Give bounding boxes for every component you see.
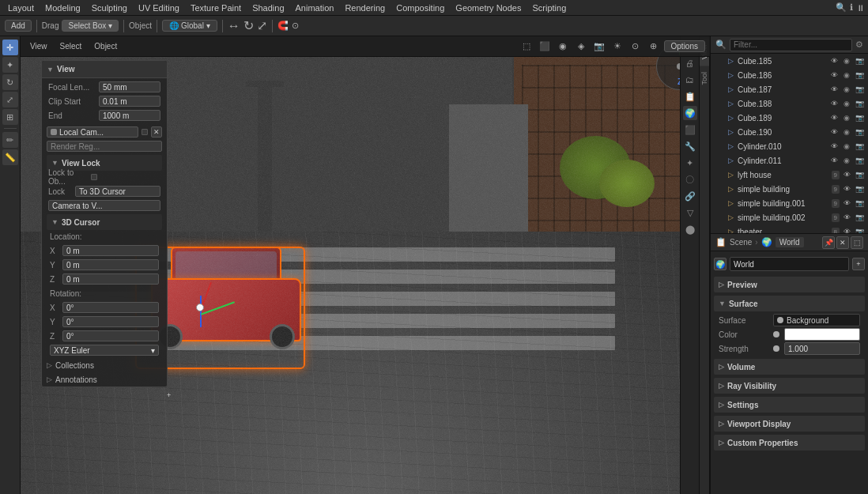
render-icon[interactable]: 📷	[854, 98, 865, 109]
surface-header[interactable]: ▼ Surface	[714, 296, 865, 311]
menu-geometry-nodes[interactable]: Geometry Nodes	[451, 2, 526, 13]
visibility-icon[interactable]: 👁	[841, 183, 852, 194]
new-world-icon[interactable]: +	[852, 258, 865, 270]
visibility-icon[interactable]: 👁	[828, 112, 840, 123]
color-bar[interactable]	[784, 328, 860, 341]
menu-modeling[interactable]: Modeling	[40, 2, 85, 13]
local-cam-close[interactable]: ✕	[151, 126, 162, 138]
camera-to-value[interactable]: Camera to V...	[48, 200, 160, 211]
pin-icon[interactable]: 📌	[822, 236, 835, 249]
render-icon[interactable]: 📷	[854, 55, 865, 66]
menu-animation[interactable]: Animation	[291, 2, 339, 13]
outliner-search-input[interactable]	[730, 39, 852, 51]
menu-texture-paint[interactable]: Texture Paint	[186, 2, 246, 13]
transform-tool[interactable]: ⊞	[2, 109, 18, 125]
select-icon[interactable]: ◉	[841, 155, 852, 166]
visibility-icon[interactable]: 👁	[841, 226, 852, 234]
modifier-props-icon[interactable]: 🔧	[683, 139, 697, 153]
options-button[interactable]: Options	[664, 40, 705, 52]
transform-icon-1[interactable]: ↔	[228, 19, 240, 33]
cursor-y-value[interactable]: 0 m	[62, 259, 159, 270]
ray-visibility-header[interactable]: ▷ Ray Visibility	[714, 378, 865, 394]
select-icon[interactable]: ◉	[841, 55, 852, 66]
expand-world-icon[interactable]: ⬚	[851, 236, 863, 249]
select-icon[interactable]: ◉	[841, 126, 852, 138]
visibility-icon[interactable]: 👁	[828, 155, 840, 166]
menu-scripting[interactable]: Scripting	[527, 2, 571, 13]
material-props-icon[interactable]: ⬤	[683, 222, 697, 236]
global-button[interactable]: 🌐 Global ▾	[162, 20, 217, 32]
outliner-item-simple-building-001[interactable]: ▷ simple building.001 9 👁 📷	[711, 196, 868, 210]
cursor-ry-value[interactable]: 0°	[62, 316, 159, 327]
focal-value[interactable]: 50 mm	[99, 81, 160, 92]
physics-props-icon[interactable]: 〇	[683, 172, 697, 187]
render-icon[interactable]: 📷	[854, 141, 865, 152]
select-icon[interactable]: ◉	[841, 70, 852, 81]
surface-type-value[interactable]: Background	[773, 314, 860, 326]
select-icon[interactable]: ◉	[841, 84, 852, 95]
scale-tool[interactable]: ⤢	[2, 92, 18, 107]
preview-header[interactable]: ▷ Preview	[714, 277, 865, 292]
breadcrumb-world[interactable]: World	[776, 237, 804, 247]
visibility-icon[interactable]: 👁	[841, 212, 852, 223]
breadcrumb-scene[interactable]: Scene	[730, 238, 752, 247]
render-icon[interactable]: 📷	[854, 212, 865, 223]
render-icon[interactable]: 📷	[854, 70, 865, 81]
vp-wireframe-icon[interactable]: ⬚	[519, 39, 534, 55]
world-name-field[interactable]: World	[730, 257, 849, 271]
vp-material-icon[interactable]: ◉	[555, 39, 571, 55]
cursor-section[interactable]: ▼ 3D Cursor	[47, 214, 162, 230]
vp-camera-icon[interactable]: 📷	[591, 39, 607, 55]
settings-header[interactable]: ▷ Settings	[714, 397, 865, 413]
menu-rendering[interactable]: Rendering	[340, 2, 390, 13]
render-icon[interactable]: 📷	[854, 183, 865, 194]
rotate-tool[interactable]: ↻	[2, 74, 18, 90]
menu-layout[interactable]: Layout	[3, 2, 39, 13]
render-region-value[interactable]: Render Reg...	[47, 141, 162, 152]
clip-end-value[interactable]: 1000 m	[99, 110, 160, 121]
visibility-icon[interactable]: 👁	[828, 98, 840, 109]
transform-icon-3[interactable]: ⤢	[257, 18, 267, 33]
menu-sculpting[interactable]: Sculpting	[87, 2, 132, 13]
visibility-icon[interactable]: 👁	[828, 126, 840, 138]
add-button[interactable]: Add	[5, 20, 32, 32]
transform-icon-2[interactable]: ↻	[243, 18, 254, 33]
select-icon[interactable]: ◉	[841, 98, 852, 109]
info-icon[interactable]: ℹ	[850, 2, 853, 13]
constraints-icon[interactable]: 🔗	[683, 189, 697, 203]
visibility-icon[interactable]: 👁	[841, 198, 852, 209]
cursor-rx-value[interactable]: 0°	[62, 302, 159, 313]
cursor-x-value[interactable]: 0 m	[62, 245, 159, 256]
outliner-item-cylinder011[interactable]: ▷ Cylinder.011 👁 ◉ 📷	[711, 153, 868, 168]
output-props-icon[interactable]: 🖨	[683, 56, 697, 70]
render-icon[interactable]: 📷	[854, 155, 865, 166]
render-icon[interactable]: 📷	[854, 226, 865, 234]
annotations-row[interactable]: ▷ Annotations	[42, 372, 167, 387]
annotate-tool[interactable]: ✏	[2, 132, 18, 148]
vp-menu-select[interactable]: Select	[55, 41, 87, 51]
render-icon[interactable]: 📷	[854, 126, 865, 138]
visibility-icon[interactable]: 👁	[841, 169, 852, 180]
object-props-icon[interactable]: ⬛	[683, 123, 697, 137]
outliner-item-lyft-house[interactable]: ▷ lyft house 9 👁 📷	[711, 168, 868, 182]
visibility-icon[interactable]: 👁	[828, 141, 840, 152]
data-props-icon[interactable]: ▽	[683, 206, 697, 220]
particles-props-icon[interactable]: ✦	[683, 156, 697, 170]
vtab-tool[interactable]: Tool	[700, 66, 709, 92]
outliner-item-cylinder010[interactable]: ▷ Cylinder.010 👁 ◉ 📷	[711, 139, 868, 153]
custom-props-header[interactable]: ▷ Custom Properties	[714, 435, 865, 451]
outliner-item-cube187[interactable]: ▷ Cube.187 👁 ◉ 📷	[711, 82, 868, 96]
pause-icon[interactable]: ⏸	[856, 3, 865, 13]
viewport[interactable]: View Select Object ⬚ ⬛ ◉ ◈ 📷 ☀ ⊙ ⊕ Optio…	[21, 36, 710, 494]
select-icon[interactable]: ◉	[841, 112, 852, 123]
local-cam-value[interactable]: Local Cam...	[47, 126, 138, 138]
menu-compositing[interactable]: Compositing	[391, 2, 449, 13]
proportional-icon[interactable]: ⊙	[292, 21, 299, 31]
close-world-icon[interactable]: ✕	[836, 236, 849, 249]
outliner-item-cube189[interactable]: ▷ Cube.189 👁 ◉ 📷	[711, 111, 868, 125]
vp-solid-icon[interactable]: ⬛	[537, 39, 553, 55]
outliner-item-cube185[interactable]: ▷ Cube.185 👁 ◉ 📷	[711, 54, 868, 68]
render-icon[interactable]: 📷	[854, 169, 865, 180]
vp-menu-view[interactable]: View	[25, 41, 52, 51]
menu-shading[interactable]: Shading	[247, 2, 289, 13]
